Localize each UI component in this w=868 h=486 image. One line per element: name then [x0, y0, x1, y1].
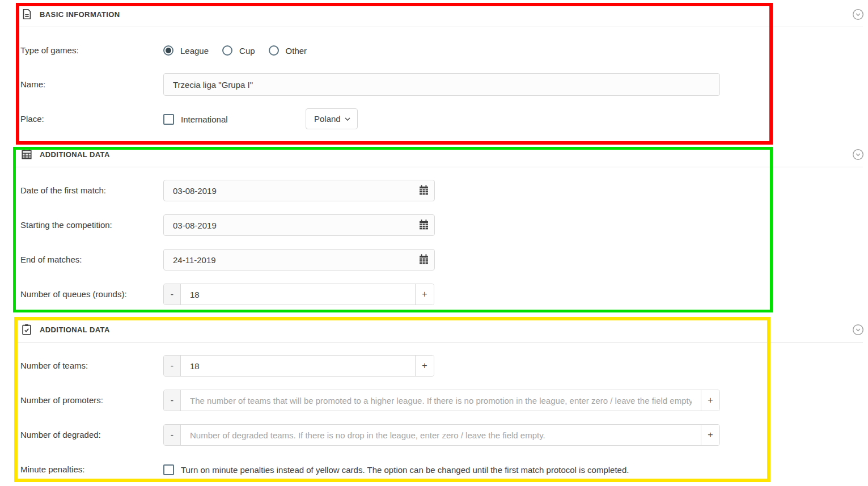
chevron-down-circle-icon	[852, 324, 864, 336]
calendar-icon	[418, 184, 430, 196]
chevron-down-icon	[345, 117, 350, 121]
radio-cup[interactable]	[222, 45, 232, 56]
decrement-button[interactable]: -	[164, 284, 181, 305]
calendar-grid-icon	[20, 148, 33, 160]
number-of-queues-stepper: - +	[163, 284, 434, 305]
international-checkbox[interactable]	[163, 114, 174, 125]
number-of-degraded-label: Number of degraded:	[20, 430, 101, 440]
calendar-picker-button[interactable]	[417, 184, 430, 197]
calendar-icon	[418, 219, 430, 231]
clipboard-check-icon	[20, 323, 33, 336]
minute-penalties-description[interactable]: Turn on minute penalties instead of yell…	[181, 465, 629, 475]
increment-button[interactable]: +	[415, 356, 434, 376]
radio-league-label[interactable]: League	[180, 46, 209, 56]
header-divider	[16, 342, 863, 343]
place-label: Place:	[20, 114, 44, 124]
country-select[interactable]: Poland	[306, 108, 358, 129]
name-label: Name:	[20, 79, 45, 90]
section-title: BASIC INFORMATION	[40, 10, 120, 19]
number-of-promoters-stepper: - +	[163, 390, 720, 411]
document-icon	[20, 8, 33, 20]
minute-penalties-checkbox[interactable]	[163, 464, 174, 475]
section-header-additional-data-2: ADDITIONAL DATA	[20, 322, 110, 337]
number-of-teams-label: Number of teams:	[20, 361, 88, 371]
date-first-match-field	[163, 180, 435, 201]
end-of-matches-input[interactable]	[163, 249, 435, 271]
end-of-matches-label: End of matches:	[20, 255, 82, 265]
minute-penalties-label: Minute penalties:	[20, 464, 84, 475]
country-select-value: Poland	[314, 114, 341, 124]
number-of-queues-label: Number of queues (rounds):	[20, 289, 127, 299]
calendar-icon	[418, 253, 430, 265]
international-checkbox-label[interactable]: International	[181, 115, 228, 124]
number-of-promoters-input[interactable]	[181, 390, 701, 411]
calendar-picker-button[interactable]	[417, 219, 430, 231]
radio-league[interactable]	[163, 45, 173, 56]
calendar-picker-button[interactable]	[417, 253, 430, 266]
international-checkbox-row: International	[163, 108, 228, 130]
section-title: ADDITIONAL DATA	[40, 150, 110, 159]
section-title: ADDITIONAL DATA	[40, 326, 110, 334]
number-of-promoters-label: Number of promoters:	[20, 395, 103, 405]
decrement-button[interactable]: -	[164, 356, 181, 376]
decrement-button[interactable]: -	[164, 390, 181, 411]
section-header-additional-data-1: ADDITIONAL DATA	[20, 147, 110, 162]
radio-cup-label[interactable]: Cup	[239, 46, 255, 56]
end-of-matches-field	[163, 249, 435, 271]
header-divider	[16, 27, 863, 27]
name-input[interactable]	[163, 73, 720, 96]
chevron-down-circle-icon	[852, 149, 864, 160]
number-of-teams-input[interactable]	[181, 356, 415, 376]
number-of-degraded-input[interactable]	[181, 425, 701, 445]
date-first-match-label: Date of the first match:	[20, 185, 106, 196]
radio-other[interactable]	[269, 45, 279, 56]
number-of-queues-input[interactable]	[181, 284, 415, 305]
starting-competition-label: Starting the competition:	[20, 220, 112, 230]
minute-penalties-row: Turn on minute penalties instead of yell…	[163, 459, 629, 480]
starting-competition-field	[163, 214, 435, 236]
decrement-button[interactable]: -	[164, 425, 181, 445]
type-of-games-radio-group: League Cup Other	[163, 40, 307, 61]
starting-competition-input[interactable]	[163, 214, 435, 236]
increment-button[interactable]: +	[701, 390, 719, 411]
collapse-section-button[interactable]	[852, 9, 864, 20]
collapse-section-button[interactable]	[852, 324, 864, 336]
header-divider	[16, 167, 863, 167]
increment-button[interactable]: +	[701, 425, 719, 445]
collapse-section-button[interactable]	[852, 149, 864, 160]
radio-other-label[interactable]: Other	[286, 46, 307, 56]
chevron-down-circle-icon	[852, 9, 864, 20]
type-of-games-label: Type of games:	[20, 45, 79, 56]
section-header-basic-information: BASIC INFORMATION	[20, 7, 120, 22]
number-of-teams-stepper: - +	[163, 355, 434, 377]
increment-button[interactable]: +	[415, 284, 434, 305]
date-first-match-input[interactable]	[163, 180, 435, 201]
number-of-degraded-stepper: - +	[163, 424, 720, 446]
